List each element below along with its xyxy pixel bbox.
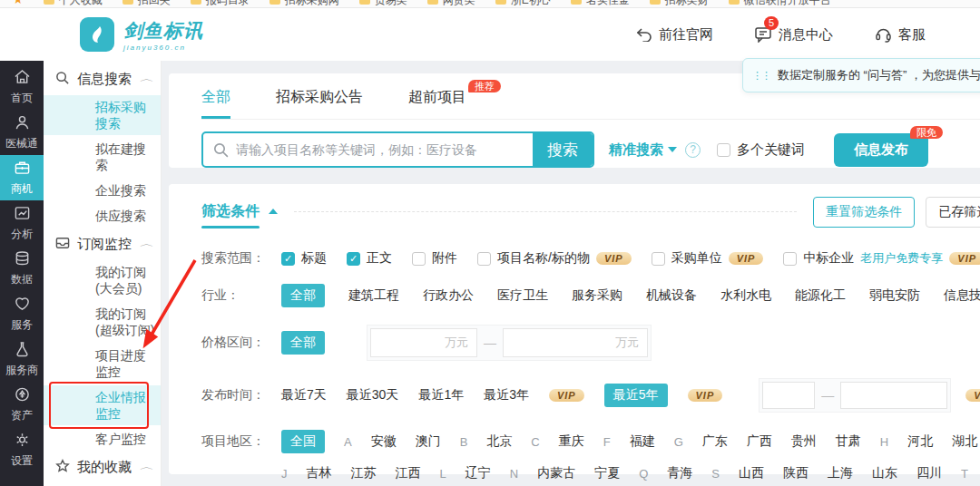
checkbox-中标企业[interactable] [783,252,797,266]
rail-item-设置[interactable]: 设置 [0,427,44,472]
price-all-chip[interactable]: 全部 [281,331,325,355]
industry-chip-弱电安防[interactable]: 弱电安防 [869,287,920,304]
rail-item-商机[interactable]: 商机 [0,155,44,200]
price-max-input[interactable] [504,336,615,350]
industry-chip-行政办公[interactable]: 行政办公 [423,287,474,304]
bookmark-item[interactable]: 浙E初心 [495,0,551,8]
region-chip-北京[interactable]: 北京 [486,433,512,450]
search-button[interactable]: 搜索 [533,133,593,166]
date-start-input[interactable] [763,383,814,408]
rail-item-数据[interactable]: 数据 [0,246,44,291]
region-chip-江苏[interactable]: 江苏 [351,465,377,481]
sidebar-item-供应搜索[interactable]: 供应搜索 [44,204,161,228]
rail-item-医械通[interactable]: 医械通 [0,110,44,155]
time-chip-最近1年[interactable]: 最近1年 [418,387,464,403]
rail-item-服务商[interactable]: 服务商 [0,336,44,382]
industry-chip-服务采购[interactable]: 服务采购 [572,287,622,304]
brand-logo[interactable]: 剑鱼标讯 jianyu360.cn [80,17,203,52]
bookmark-item[interactable]: ★ [13,0,24,6]
industry-chip-医疗卫生[interactable]: 医疗卫生 [497,287,548,304]
help-icon[interactable]: ? [685,142,701,158]
region-chip-广西[interactable]: 广西 [747,433,772,450]
sidebar-item-企业搜索[interactable]: 企业搜索 [44,179,161,202]
sidebar-section-订阅监控[interactable]: 订阅监控︿ [44,229,161,258]
industry-chip-水利水电[interactable]: 水利水电 [720,287,771,304]
region-chip-广东[interactable]: 广东 [702,433,728,450]
vip-badge: VIP [965,389,980,402]
checkbox-正文[interactable]: ✓ [347,252,360,266]
region-chip-湖北[interactable]: 湖北 [952,433,977,450]
folder-icon [44,0,54,5]
customer-service-link[interactable]: 客服 [875,26,926,44]
region-chip-澳门[interactable]: 澳门 [416,433,441,450]
bookmark-item[interactable]: 贸易类 [359,0,407,8]
bookmark-item[interactable]: 个人收藏 [44,0,103,8]
date-end-input[interactable] [841,383,946,408]
checkbox-标题[interactable]: ✓ [281,252,295,266]
saved-filters-button[interactable]: 已存筛选条件 0 [926,197,980,228]
sidebar-item-企业情报监控[interactable]: 企业情报监控 [44,385,161,425]
region-chip-all[interactable]: 全国 [281,430,325,453]
primary-nav-rail: 首页医械通商机分析数据服务服务商资产设置 [0,61,44,486]
region-chip-青海[interactable]: 青海 [667,465,692,481]
rail-item-服务[interactable]: 服务 [0,291,44,336]
region-chip-上海[interactable]: 上海 [828,465,853,481]
bookmark-item[interactable]: 名实佳金 [571,0,630,8]
rail-item-资产[interactable]: 资产 [0,382,44,427]
time-chip-最近30天[interactable]: 最近30天 [347,387,399,403]
industry-chip-能源化工[interactable]: 能源化工 [795,287,846,304]
rail-item-首页[interactable]: 首页 [0,64,44,110]
region-chip-福建[interactable]: 福建 [630,433,655,450]
bookmark-item[interactable]: 报码目录 [191,0,250,8]
sidebar-item-拟在建搜索[interactable]: 拟在建搜索 [44,137,161,177]
search-input[interactable] [229,142,533,157]
sidebar-item-客户监控[interactable]: 客户监控 [44,427,161,451]
sidebar-section-我的收藏[interactable]: 我的收藏︿ [44,452,161,481]
region-chip-山西[interactable]: 山西 [739,465,764,481]
region-chip-陕西[interactable]: 陕西 [783,465,808,481]
region-chip-内蒙古[interactable]: 内蒙古 [537,465,575,481]
bookmark-item[interactable]: 招回夹 [122,0,171,8]
region-chip-甘肃[interactable]: 甘肃 [836,433,861,450]
region-chip-河北[interactable]: 河北 [907,433,933,450]
time-chip-最近5年[interactable]: 最近5年 [604,384,668,407]
region-chip-重庆[interactable]: 重庆 [559,433,584,450]
industry-chip-建筑工程[interactable]: 建筑工程 [348,287,399,304]
bookmark-item[interactable]: 网贷类 [427,0,475,8]
sidebar-item-招标采购搜索[interactable]: 招标采购搜索 [44,95,161,135]
checkbox-项目名称/标的物[interactable] [477,252,491,266]
bookmark-item[interactable]: 微信联情开放平台 [729,0,831,8]
sidebar-item-我的订阅 (大会员)[interactable]: 我的订阅 (大会员) [44,260,161,300]
industry-chip-全部[interactable]: 全部 [281,284,325,307]
sidebar-item-项目进度监控[interactable]: 项目进度监控 [44,344,161,384]
industry-chip-机械设备[interactable]: 机械设备 [646,287,697,304]
region-chip-安徽[interactable]: 安徽 [371,433,397,450]
tab-全部[interactable]: 全部 [201,88,230,119]
go-official-site-link[interactable]: 前往官网 [636,26,713,44]
tab-招标采购公告[interactable]: 招标采购公告 [276,88,363,119]
region-chip-吉林[interactable]: 吉林 [307,465,332,481]
multi-keyword-checkbox[interactable] [717,143,730,157]
region-chip-四川[interactable]: 四川 [916,465,942,481]
bookmark-item[interactable]: 招标采购网 [270,0,339,8]
industry-chip-信息技术[interactable]: 信息技术 [944,287,980,304]
bookmark-item[interactable]: 招标类财 [650,0,709,8]
price-min-input[interactable] [371,336,445,350]
message-center-link[interactable]: 5 消息中心 [755,26,833,44]
reset-filters-button[interactable]: 重置筛选条件 [813,197,915,228]
checkbox-附件[interactable] [412,252,426,266]
region-chip-江西[interactable]: 江西 [396,465,421,481]
region-chip-山东[interactable]: 山东 [872,465,897,481]
time-chip-最近3年[interactable]: 最近3年 [484,387,529,403]
collapse-arrow-icon[interactable] [269,209,278,214]
region-chip-宁夏[interactable]: 宁夏 [594,465,620,481]
tab-超前项目[interactable]: 超前项目推荐 [408,88,466,119]
time-chip-最近7天[interactable]: 最近7天 [281,387,327,403]
region-chip-辽宁[interactable]: 辽宁 [466,465,491,481]
checkbox-采购单位[interactable] [652,252,665,266]
precise-search-dropdown[interactable]: 精准搜索 [609,141,677,159]
rail-item-分析[interactable]: 分析 [0,200,44,246]
sidebar-item-我的订阅 (超级订阅)[interactable]: 我的订阅 (超级订阅) [44,302,161,342]
sidebar-section-信息搜索[interactable]: 信息搜索︿ [44,64,161,93]
region-chip-贵州[interactable]: 贵州 [791,433,817,450]
